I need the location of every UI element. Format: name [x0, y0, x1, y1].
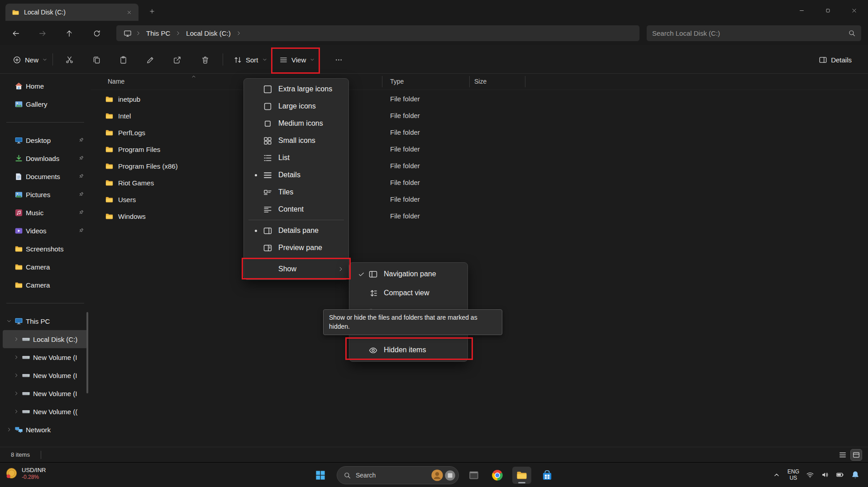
sidebar-item-gallery[interactable]: Gallery	[3, 95, 88, 113]
chevron-right-icon[interactable]	[14, 409, 19, 414]
chevron-right-icon[interactable]	[14, 391, 19, 396]
back-button[interactable]	[9, 27, 23, 40]
sidebar-item-screenshots[interactable]: Screenshots	[3, 240, 88, 258]
minimize-button[interactable]	[788, 0, 815, 21]
view-menu-item-tiles[interactable]: Tiles	[244, 184, 348, 201]
breadcrumb-local-disk[interactable]: Local Disk (C:)	[182, 29, 234, 37]
search-box[interactable]	[647, 25, 861, 41]
battery-button[interactable]	[836, 471, 844, 479]
speaker-button[interactable]	[821, 471, 829, 479]
view-button[interactable]: View	[275, 51, 320, 68]
share-button[interactable]	[167, 52, 187, 67]
start-button[interactable]	[313, 468, 328, 482]
up-button[interactable]	[62, 27, 76, 40]
view-menu-item-list[interactable]: List	[244, 149, 348, 166]
chevron-right-icon[interactable]	[14, 336, 19, 342]
sidebar-item-camera[interactable]: Camera	[3, 276, 88, 294]
sidebar-item-label: Home	[26, 82, 86, 90]
chevron-right-icon[interactable]	[6, 427, 12, 432]
sidebar-item-camera[interactable]: Camera	[3, 258, 88, 276]
taskbar-search[interactable]: Search	[337, 466, 459, 484]
file-row-intel[interactable]: IntelFile folder	[91, 108, 868, 124]
paste-button[interactable]	[113, 52, 133, 67]
file-row-windows[interactable]: WindowsFile folder	[91, 208, 868, 225]
taskbar-app-store[interactable]	[538, 467, 557, 484]
sidebar-item-downloads[interactable]: Downloads	[3, 149, 88, 167]
view-menu-item-medium-icons[interactable]: Medium icons	[244, 115, 348, 132]
details-pane-button[interactable]: Details	[814, 51, 856, 68]
column-divider[interactable]	[525, 76, 525, 87]
view-menu-item-content[interactable]: Content	[244, 201, 348, 218]
view-menu-item-details[interactable]: Details	[244, 166, 348, 184]
view-menu-item-large-icons[interactable]: Large icons	[244, 98, 348, 115]
sidebar-item-documents[interactable]: Documents	[3, 167, 88, 185]
more-options-button[interactable]	[329, 52, 348, 67]
file-row-users[interactable]: UsersFile folder	[91, 191, 868, 208]
sidebar-item-new-volume-i[interactable]: New Volume (I	[3, 384, 88, 402]
file-row-perflogs[interactable]: PerfLogsFile folder	[91, 124, 868, 141]
tray-expand-button[interactable]	[773, 471, 781, 479]
file-row-program-files[interactable]: Program FilesFile folder	[91, 141, 868, 158]
copy-button[interactable]	[86, 52, 106, 67]
forward-button[interactable]	[36, 27, 49, 40]
delete-button[interactable]	[195, 52, 215, 67]
sidebar-item-this-pc[interactable]: This PC	[3, 312, 88, 330]
language-indicator[interactable]: ENG US	[787, 468, 799, 482]
wifi-button[interactable]	[806, 471, 814, 479]
sidebar-item-desktop[interactable]: Desktop	[3, 131, 88, 149]
breadcrumb-this-pc[interactable]: This PC	[142, 29, 174, 37]
explorer-tab[interactable]: Local Disk (C:)	[5, 4, 138, 21]
refresh-button[interactable]	[90, 27, 104, 40]
sidebar-item-new-volume-i[interactable]: New Volume (I	[3, 366, 88, 384]
sidebar-item-new-volume-i[interactable]: New Volume (I	[3, 348, 88, 366]
column-divider[interactable]	[382, 76, 382, 87]
rename-button[interactable]	[140, 52, 160, 67]
column-header-name[interactable]: Name	[108, 78, 124, 85]
sidebar-scrollbar[interactable]	[86, 312, 88, 393]
taskbar-app-folder-active[interactable]	[512, 467, 531, 484]
sidebar-item-videos[interactable]: Videos	[3, 222, 88, 240]
chevron-right-icon[interactable]	[14, 355, 19, 360]
sidebar-item-local-disk-c[interactable]: Local Disk (C:)	[3, 330, 88, 348]
column-divider[interactable]	[469, 76, 470, 87]
show-submenu-item-hidden-items[interactable]: Hidden items	[349, 340, 467, 359]
column-header-type[interactable]: Type	[390, 78, 404, 85]
sidebar-item-new-volume[interactable]: New Volume ((	[3, 402, 88, 421]
new-button[interactable]: New	[8, 51, 52, 68]
file-row-inetpub[interactable]: inetpubFile folder	[91, 91, 868, 108]
file-row-program-files-x86[interactable]: Program Files (x86)File folder	[91, 158, 868, 175]
sidebar: HomeGalleryDesktopDownloadsDocumentsPict…	[0, 74, 91, 447]
show-submenu-item-navigation-pane[interactable]: Navigation pane	[349, 265, 467, 284]
maximize-button[interactable]	[815, 0, 841, 21]
details-view-toggle-button[interactable]	[837, 449, 848, 460]
cut-button[interactable]	[59, 52, 79, 67]
sidebar-item-music[interactable]: Music	[3, 203, 88, 222]
taskbar-app-appwindow[interactable]	[464, 467, 483, 484]
view-menu-item-details-pane[interactable]: Details pane	[244, 222, 348, 239]
taskbar-app-chrome[interactable]	[488, 467, 507, 484]
view-menu-item-show[interactable]: Show	[244, 260, 348, 278]
tab-close-button[interactable]	[124, 7, 134, 17]
bell-button[interactable]	[851, 470, 860, 479]
show-submenu-item-compact-view[interactable]: Compact view	[349, 284, 467, 303]
widgets-button[interactable]: USD/INR -0.28%	[5, 467, 46, 480]
file-row-riot-games[interactable]: Riot GamesFile folder	[91, 175, 868, 191]
menu-item-label: Small icons	[278, 137, 344, 145]
downloads-icon	[14, 154, 23, 163]
column-header-size[interactable]: Size	[474, 78, 486, 85]
new-tab-button[interactable]	[147, 6, 157, 17]
chevron-down-icon[interactable]	[6, 318, 12, 324]
large-icons-view-toggle-button[interactable]	[851, 449, 862, 460]
view-menu-item-extra-large-icons[interactable]: Extra large icons	[244, 80, 348, 98]
view-menu-item-small-icons[interactable]: Small icons	[244, 132, 348, 149]
sort-button[interactable]: Sort	[229, 51, 272, 68]
close-button[interactable]	[841, 0, 867, 21]
sidebar-item-network[interactable]: Network	[3, 421, 88, 439]
search-input[interactable]	[652, 29, 848, 37]
folder-icon	[14, 245, 23, 253]
address-bar[interactable]: This PC Local Disk (C:)	[116, 25, 639, 41]
sidebar-item-home[interactable]: Home	[3, 77, 88, 95]
chevron-right-icon[interactable]	[14, 373, 19, 378]
view-menu-item-preview-pane[interactable]: Preview pane	[244, 239, 348, 256]
sidebar-item-pictures[interactable]: Pictures	[3, 185, 88, 203]
